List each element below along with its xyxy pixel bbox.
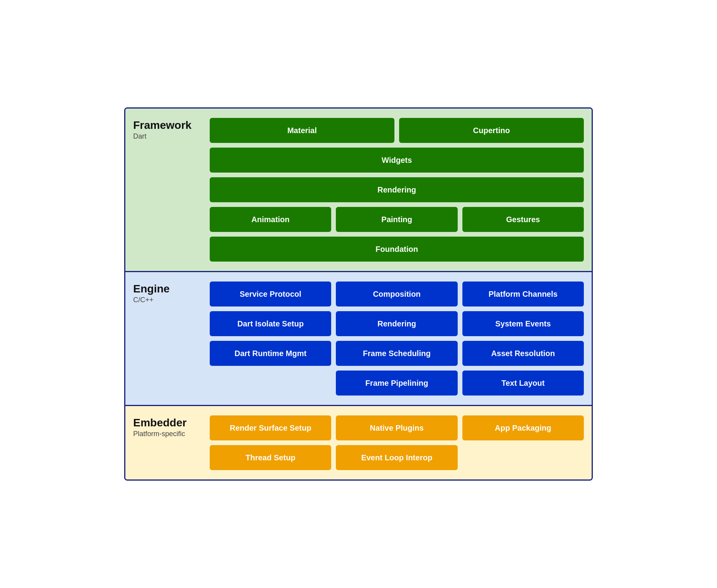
composition-box: Composition bbox=[336, 282, 457, 306]
widgets-box: Widgets bbox=[210, 148, 584, 173]
framework-label: Framework Dart bbox=[133, 118, 203, 262]
framework-row-5: Foundation bbox=[210, 237, 584, 262]
engine-row-1: Service Protocol Composition Platform Ch… bbox=[210, 282, 584, 306]
framework-row-4: Animation Painting Gestures bbox=[210, 207, 584, 232]
embedder-content: Render Surface Setup Native Plugins App … bbox=[210, 415, 584, 470]
render-surface-setup-box: Render Surface Setup bbox=[210, 415, 331, 440]
animation-box: Animation bbox=[210, 207, 331, 232]
service-protocol-box: Service Protocol bbox=[210, 282, 331, 306]
framework-layer: Framework Dart Material Cupertino Widget… bbox=[125, 109, 592, 272]
painting-box: Painting bbox=[336, 207, 457, 232]
engine-title: Engine bbox=[133, 283, 203, 295]
platform-channels-box: Platform Channels bbox=[462, 282, 584, 306]
engine-content: Service Protocol Composition Platform Ch… bbox=[210, 282, 584, 396]
gestures-box: Gestures bbox=[462, 207, 584, 232]
engine-empty-box bbox=[210, 371, 331, 396]
frame-pipelining-box: Frame Pipelining bbox=[336, 371, 457, 396]
framework-row-3: Rendering bbox=[210, 177, 584, 202]
material-box: Material bbox=[210, 118, 394, 143]
embedder-title: Embedder bbox=[133, 417, 203, 429]
engine-label: Engine C/C++ bbox=[133, 282, 203, 396]
frame-scheduling-box: Frame Scheduling bbox=[336, 341, 457, 366]
framework-row-1: Material Cupertino bbox=[210, 118, 584, 143]
framework-subtitle: Dart bbox=[133, 132, 203, 141]
embedder-row-2: Thread Setup Event Loop Interop bbox=[210, 445, 584, 470]
app-packaging-box: App Packaging bbox=[462, 415, 584, 440]
embedder-label: Embedder Platform-specific bbox=[133, 415, 203, 470]
engine-layer: Engine C/C++ Service Protocol Compositio… bbox=[125, 272, 592, 406]
engine-row-2: Dart Isolate Setup Rendering System Even… bbox=[210, 311, 584, 336]
engine-row-4: Frame Pipelining Text Layout bbox=[210, 371, 584, 396]
system-events-box: System Events bbox=[462, 311, 584, 336]
foundation-box: Foundation bbox=[210, 237, 584, 262]
asset-resolution-box: Asset Resolution bbox=[462, 341, 584, 366]
engine-row-3: Dart Runtime Mgmt Frame Scheduling Asset… bbox=[210, 341, 584, 366]
dart-isolate-setup-box: Dart Isolate Setup bbox=[210, 311, 331, 336]
rendering-framework-box: Rendering bbox=[210, 177, 584, 202]
native-plugins-box: Native Plugins bbox=[336, 415, 457, 440]
text-layout-box: Text Layout bbox=[462, 371, 584, 396]
embedder-subtitle: Platform-specific bbox=[133, 430, 203, 438]
embedder-row-1: Render Surface Setup Native Plugins App … bbox=[210, 415, 584, 440]
thread-setup-box: Thread Setup bbox=[210, 445, 331, 470]
architecture-diagram: Framework Dart Material Cupertino Widget… bbox=[124, 107, 593, 481]
framework-title: Framework bbox=[133, 119, 203, 132]
embedder-empty-box bbox=[462, 445, 584, 470]
embedder-layer: Embedder Platform-specific Render Surfac… bbox=[125, 406, 592, 479]
event-loop-interop-box: Event Loop Interop bbox=[336, 445, 457, 470]
engine-subtitle: C/C++ bbox=[133, 296, 203, 304]
rendering-engine-box: Rendering bbox=[336, 311, 457, 336]
framework-row-2: Widgets bbox=[210, 148, 584, 173]
dart-runtime-mgmt-box: Dart Runtime Mgmt bbox=[210, 341, 331, 366]
framework-content: Material Cupertino Widgets Rendering Ani… bbox=[210, 118, 584, 262]
cupertino-box: Cupertino bbox=[399, 118, 584, 143]
